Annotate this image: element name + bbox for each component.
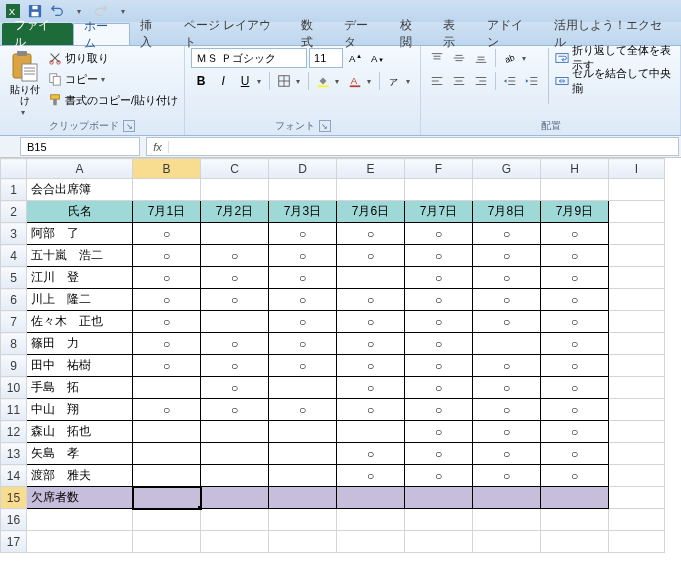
cell-F16[interactable]: [405, 509, 473, 531]
cell-B6[interactable]: ○: [133, 289, 201, 311]
worksheet-grid[interactable]: ABCDEFGHI1会合出席簿2氏名7月1日7月2日7月3日7月6日7月7日7月…: [0, 158, 681, 553]
align-middle-icon[interactable]: [449, 48, 469, 68]
cell-D13[interactable]: [269, 443, 337, 465]
cell-F12[interactable]: ○: [405, 421, 473, 443]
cell-G1[interactable]: [473, 179, 541, 201]
row-header-5[interactable]: 5: [1, 267, 27, 289]
cell-H17[interactable]: [541, 531, 609, 553]
cell-I16[interactable]: [609, 509, 665, 531]
cell-C13[interactable]: [201, 443, 269, 465]
cell-E16[interactable]: [337, 509, 405, 531]
tab-data[interactable]: データ: [334, 23, 389, 45]
cell-G12[interactable]: ○: [473, 421, 541, 443]
cell-H10[interactable]: ○: [541, 377, 609, 399]
cell-D6[interactable]: ○: [269, 289, 337, 311]
cell-F3[interactable]: ○: [405, 223, 473, 245]
cell-E12[interactable]: [337, 421, 405, 443]
cell-B8[interactable]: ○: [133, 333, 201, 355]
row-header-2[interactable]: 2: [1, 201, 27, 223]
paste-dropdown-icon[interactable]: ▾: [21, 108, 29, 117]
cell-F15[interactable]: [405, 487, 473, 509]
cell-C17[interactable]: [201, 531, 269, 553]
cell-A14[interactable]: 渡部 雅夫: [27, 465, 133, 487]
increase-font-icon[interactable]: A▲: [345, 48, 365, 68]
cell-C6[interactable]: ○: [201, 289, 269, 311]
name-box[interactable]: [20, 137, 140, 156]
cell-A13[interactable]: 矢島 孝: [27, 443, 133, 465]
cell-E6[interactable]: ○: [337, 289, 405, 311]
row-header-17[interactable]: 17: [1, 531, 27, 553]
font-launcher-icon[interactable]: ↘: [319, 120, 331, 132]
align-center-icon[interactable]: [449, 71, 469, 91]
italic-button[interactable]: I: [213, 71, 233, 91]
cell-E1[interactable]: [337, 179, 405, 201]
cell-I1[interactable]: [609, 179, 665, 201]
cell-A2[interactable]: 氏名: [27, 201, 133, 223]
clipboard-launcher-icon[interactable]: ↘: [123, 120, 135, 132]
cell-B2[interactable]: 7月1日: [133, 201, 201, 223]
cell-F11[interactable]: ○: [405, 399, 473, 421]
col-header-B[interactable]: B: [133, 159, 201, 179]
row-header-13[interactable]: 13: [1, 443, 27, 465]
cell-A9[interactable]: 田中 祐樹: [27, 355, 133, 377]
cell-I2[interactable]: [609, 201, 665, 223]
bold-button[interactable]: B: [191, 71, 211, 91]
cell-D11[interactable]: ○: [269, 399, 337, 421]
increase-indent-icon[interactable]: [522, 71, 542, 91]
tab-addins[interactable]: アドイン: [477, 23, 544, 45]
cell-E7[interactable]: ○: [337, 311, 405, 333]
col-header-C[interactable]: C: [201, 159, 269, 179]
row-header-9[interactable]: 9: [1, 355, 27, 377]
cell-A15[interactable]: 欠席者数: [27, 487, 133, 509]
cell-I14[interactable]: [609, 465, 665, 487]
cell-I17[interactable]: [609, 531, 665, 553]
align-top-icon[interactable]: [427, 48, 447, 68]
cell-E2[interactable]: 7月6日: [337, 201, 405, 223]
row-header-7[interactable]: 7: [1, 311, 27, 333]
cell-A16[interactable]: [27, 509, 133, 531]
cell-H12[interactable]: ○: [541, 421, 609, 443]
cell-C8[interactable]: ○: [201, 333, 269, 355]
cell-C11[interactable]: ○: [201, 399, 269, 421]
cell-D2[interactable]: 7月3日: [269, 201, 337, 223]
cell-I13[interactable]: [609, 443, 665, 465]
fx-button[interactable]: fx: [147, 141, 169, 153]
phonetic-button[interactable]: ア: [384, 71, 404, 91]
cell-E11[interactable]: ○: [337, 399, 405, 421]
cell-G17[interactable]: [473, 531, 541, 553]
underline-button[interactable]: U: [235, 71, 255, 91]
cell-E15[interactable]: [337, 487, 405, 509]
cell-H16[interactable]: [541, 509, 609, 531]
cell-B12[interactable]: [133, 421, 201, 443]
cell-G5[interactable]: ○: [473, 267, 541, 289]
col-header-E[interactable]: E: [337, 159, 405, 179]
col-header-G[interactable]: G: [473, 159, 541, 179]
cell-H7[interactable]: ○: [541, 311, 609, 333]
cell-F8[interactable]: ○: [405, 333, 473, 355]
cell-C15[interactable]: [201, 487, 269, 509]
cell-A1[interactable]: 会合出席簿: [27, 179, 133, 201]
cell-D3[interactable]: ○: [269, 223, 337, 245]
cell-A5[interactable]: 江川 登: [27, 267, 133, 289]
tab-review[interactable]: 校閲: [390, 23, 433, 45]
cell-G16[interactable]: [473, 509, 541, 531]
cell-G7[interactable]: ○: [473, 311, 541, 333]
cell-H11[interactable]: ○: [541, 399, 609, 421]
cell-E3[interactable]: ○: [337, 223, 405, 245]
cell-I15[interactable]: [609, 487, 665, 509]
cell-C5[interactable]: ○: [201, 267, 269, 289]
cell-H15[interactable]: [541, 487, 609, 509]
cell-I11[interactable]: [609, 399, 665, 421]
cell-I4[interactable]: [609, 245, 665, 267]
cell-A3[interactable]: 阿部 了: [27, 223, 133, 245]
cell-B7[interactable]: ○: [133, 311, 201, 333]
row-header-12[interactable]: 12: [1, 421, 27, 443]
row-header-3[interactable]: 3: [1, 223, 27, 245]
cell-D12[interactable]: [269, 421, 337, 443]
cell-D7[interactable]: ○: [269, 311, 337, 333]
cell-B4[interactable]: ○: [133, 245, 201, 267]
cell-C4[interactable]: ○: [201, 245, 269, 267]
merge-center-button[interactable]: セルを結合して中央揃: [555, 71, 674, 91]
cell-E17[interactable]: [337, 531, 405, 553]
cell-I5[interactable]: [609, 267, 665, 289]
